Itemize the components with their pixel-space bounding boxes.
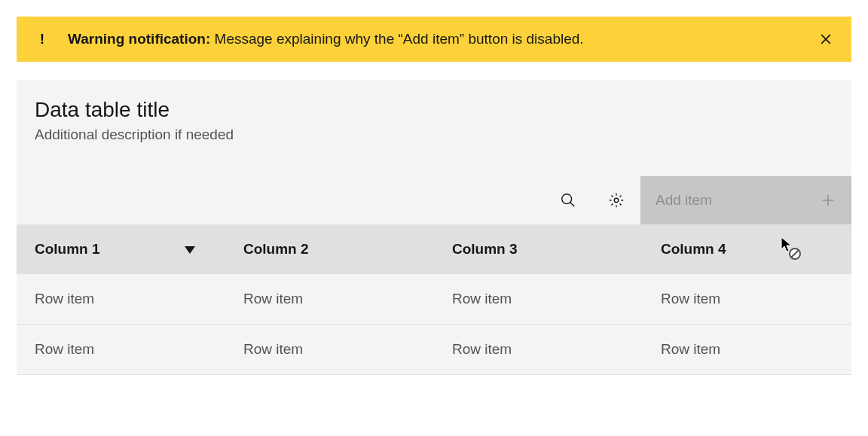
table-toolbar: Add item (17, 176, 851, 224)
notification-title: Warning notification: (68, 31, 210, 47)
warning-notification: ! Warning notification: Message explaini… (17, 17, 851, 62)
table-cell: Row item (434, 325, 643, 375)
table-cell: Row item (643, 274, 851, 325)
search-button[interactable] (544, 176, 592, 224)
data-table-container: Data table title Additional description … (17, 80, 851, 375)
table-cell: Row item (225, 274, 434, 325)
notification-text: Warning notification: Message explaining… (68, 31, 814, 47)
svg-line-3 (570, 203, 575, 207)
table-cell: Row item (643, 325, 851, 375)
column-header-2[interactable]: Column 2 (225, 224, 434, 274)
table-description: Additional description if needed (35, 127, 833, 143)
table-row: Row item Row item Row item Row item (17, 325, 851, 375)
gear-icon (608, 192, 625, 209)
column-header-4[interactable]: Column 4 (643, 224, 851, 274)
data-table: Column 1 Column 2 Column 3 Column 4 Row … (17, 224, 851, 375)
table-cell: Row item (434, 274, 643, 325)
table-cell: Row item (17, 274, 225, 325)
caret-down-icon (185, 246, 195, 254)
add-item-button: Add item (640, 176, 851, 224)
table-row: Row item Row item Row item Row item (17, 274, 851, 325)
sort-indicator (185, 241, 195, 258)
close-icon (818, 32, 833, 47)
table-cell: Row item (225, 325, 434, 375)
column-header-3[interactable]: Column 3 (434, 224, 643, 274)
notification-message: Message explaining why the “Add item” bu… (210, 31, 583, 47)
table-header-row: Column 1 Column 2 Column 3 Column 4 (17, 224, 851, 274)
warning-icon: ! (35, 32, 50, 47)
svg-marker-7 (185, 246, 195, 254)
plus-icon (820, 192, 836, 209)
close-button[interactable] (814, 27, 838, 51)
table-title: Data table title (35, 98, 833, 122)
add-item-label: Add item (656, 192, 712, 209)
svg-point-4 (614, 198, 619, 203)
svg-point-2 (562, 194, 572, 204)
table-cell: Row item (17, 325, 225, 375)
search-icon (560, 192, 576, 209)
settings-button[interactable] (592, 176, 640, 224)
table-header: Data table title Additional description … (17, 80, 851, 149)
torn-edge-decoration (0, 406, 868, 436)
column-header-1[interactable]: Column 1 (17, 224, 225, 274)
